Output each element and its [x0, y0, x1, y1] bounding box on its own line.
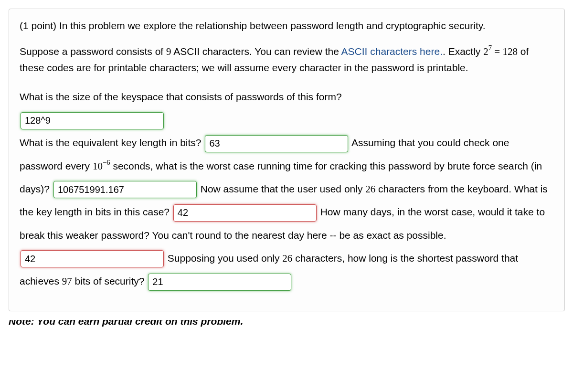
- nine-value: 9: [166, 46, 171, 57]
- setup-paragraph: Suppose a password consists of 9 ASCII c…: [20, 43, 554, 76]
- math-equals: =: [492, 46, 502, 57]
- num-26-b: 26: [282, 253, 292, 264]
- note-cutoff: Note: You can earn partial credit on thi…: [9, 320, 564, 327]
- question-6-c: bits of security?: [72, 275, 145, 286]
- math-exp-7: 7: [488, 44, 492, 52]
- setup-text-c: . Exactly: [443, 46, 483, 57]
- math-exp-neg6: −6: [103, 159, 110, 166]
- num-26-a: 26: [365, 183, 375, 195]
- math-base-2: 2: [483, 46, 488, 57]
- question-4-a: Now assume that the user used only: [201, 183, 366, 194]
- answer-5-input[interactable]: [21, 250, 164, 267]
- ascii-link[interactable]: ASCII characters here.: [341, 46, 443, 57]
- setup-text-a: Suppose a password consists of: [20, 46, 166, 57]
- setup-text-b: ASCII characters. You can review the: [171, 46, 341, 57]
- answer-2-input[interactable]: [205, 135, 348, 152]
- math-128: 128: [502, 46, 518, 57]
- problem-container: (1 point) In this problem we explore the…: [9, 9, 565, 311]
- intro-paragraph: (1 point) In this problem we explore the…: [20, 18, 554, 34]
- answer-6-input[interactable]: [148, 274, 291, 291]
- answer-4-input[interactable]: [173, 204, 317, 222]
- question-1: What is the size of the keyspace that co…: [20, 91, 342, 102]
- answer-3-input[interactable]: [53, 181, 197, 198]
- note-text: Note: You can earn partial credit on thi…: [9, 320, 243, 327]
- points-label: (1 point): [20, 20, 56, 31]
- num-97: 97: [62, 275, 72, 287]
- intro-text: In this problem we explore the relations…: [59, 20, 486, 31]
- question-6-a: Supposing you used only: [168, 253, 283, 264]
- math-base-10: 10: [93, 160, 103, 172]
- answer-1-input[interactable]: [21, 112, 164, 129]
- question-2: What is the equivalent key length in bit…: [20, 137, 202, 148]
- questions-block: What is the size of the keyspace that co…: [20, 85, 554, 293]
